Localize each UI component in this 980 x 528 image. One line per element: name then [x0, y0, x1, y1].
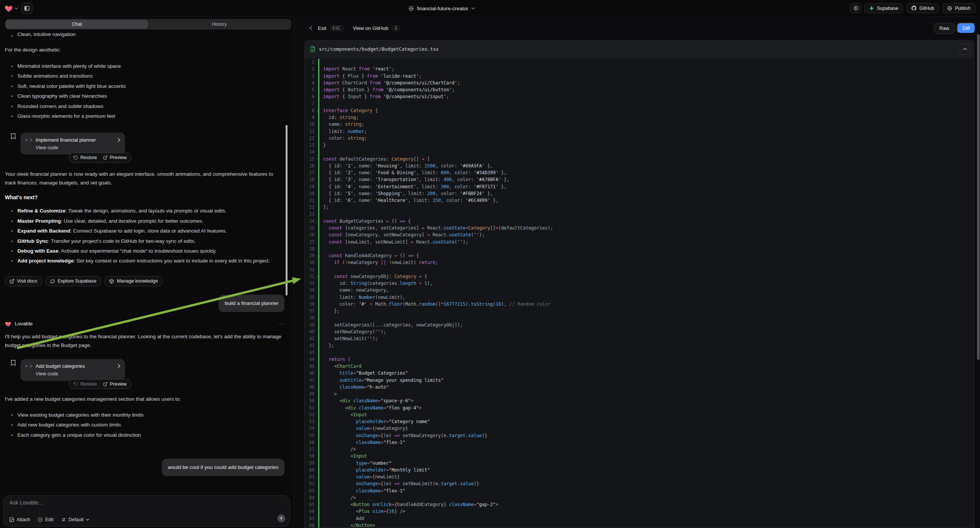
external-link-icon [10, 279, 14, 284]
github-button[interactable]: GitHub [906, 3, 939, 13]
code-line: 52 <Input [305, 411, 974, 418]
code-line: 6import { Input } from '@/components/ui/… [305, 93, 974, 100]
lovable-logo-menu[interactable] [5, 5, 18, 12]
chat-scrollbar-thumb[interactable] [286, 125, 288, 296]
external-link-icon [103, 382, 108, 386]
user-message: build a financial planner [219, 295, 285, 312]
list-item: Subtle animations and transitions [5, 71, 285, 81]
code-line: 4import ChartCard from '@/components/ui/… [305, 80, 974, 86]
attach-button[interactable]: Attach [9, 517, 30, 522]
sliders-icon [61, 517, 66, 522]
attach-label: Attach [17, 517, 30, 522]
page-scrollbar-thumb[interactable] [977, 34, 980, 360]
preview-button[interactable]: Preview [103, 155, 127, 160]
panel-left-icon [24, 5, 30, 11]
target-icon [38, 517, 43, 522]
version-card-implement-planner[interactable]: < > Implement financial planner View cod… [21, 132, 125, 154]
list-item: Add new budget categories with custom li… [5, 420, 285, 430]
restore-button[interactable]: Restore [73, 382, 97, 387]
lovable-app: financial-future-creator Supabase [0, 0, 980, 528]
project-switcher[interactable]: financial-future-creator [408, 0, 475, 17]
line-number: 62 [305, 481, 314, 486]
restore-preview-pill: Restore Preview [69, 379, 131, 389]
line-number: 35 [305, 295, 314, 300]
code-content[interactable]: 12import React from 'react';3import { Pl… [305, 58, 974, 528]
preview-button[interactable]: Preview [103, 382, 127, 387]
line-number: 68 [305, 523, 314, 528]
code-line: 2import React from 'react'; [305, 65, 974, 72]
settings-button[interactable] [850, 3, 861, 13]
diff-toggle-button[interactable]: Diff [957, 23, 975, 34]
view-on-github-button[interactable]: View on GitHub [353, 25, 389, 31]
bookmark-icon[interactable] [11, 133, 16, 139]
code-line: 50 <div className="space-y-6"> [305, 397, 974, 404]
chevron-right-icon[interactable] [118, 364, 121, 368]
code-line: 9 id: string; [305, 114, 974, 121]
design-bullet-list: Minimalist interface with plenty of whit… [5, 61, 285, 121]
code-line: 58 <Input [305, 453, 974, 460]
list-item: Master Prompting: Use clear, detailed, a… [5, 216, 285, 226]
list-item: Add project knowledge: Set key context o… [5, 256, 285, 266]
bookmark-icon[interactable] [11, 360, 16, 366]
exit-button[interactable]: Exit [318, 25, 326, 31]
view-code-link[interactable]: View code [25, 143, 121, 151]
file-header[interactable]: src/components/budget/BudgetCategories.t… [305, 41, 974, 58]
list-item: Clean, intuitive navigation [5, 31, 285, 38]
line-number: 6 [305, 94, 314, 99]
publish-button[interactable]: Publish [942, 3, 975, 13]
line-number: 49 [305, 391, 314, 396]
assistant-name: Lovable [15, 321, 33, 326]
raw-toggle-button[interactable]: Raw [934, 23, 955, 34]
line-number: 37 [305, 308, 314, 313]
list-item: View existing budget categories with the… [5, 410, 285, 420]
visit-docs-button[interactable]: Visit docs [5, 276, 42, 286]
message-menu-button[interactable]: ··· [277, 321, 285, 326]
tab-chat[interactable]: Chat [6, 20, 148, 29]
code-line: 32v const newCategoryObj: Category = { [305, 273, 974, 280]
line-number: 46 [305, 371, 314, 376]
list-item: Soft, neutral color palette with light b… [5, 81, 285, 91]
code-line: 66 <Plus size={16} /> [305, 508, 974, 515]
view-code-link[interactable]: View code [25, 370, 121, 378]
chat-composer: Attach Edit Default [3, 495, 290, 526]
chevron-down-icon [471, 7, 475, 10]
sidebar-toggle-button[interactable] [21, 3, 33, 14]
collapse-file-button[interactable] [959, 44, 970, 54]
send-button[interactable] [277, 514, 285, 522]
line-number: 28 [305, 246, 314, 251]
code-line: 54 value={newCategory} [305, 425, 974, 432]
version-title: Implement financial planner [36, 137, 96, 143]
package-icon [109, 279, 114, 284]
line-number: 54 [305, 426, 314, 431]
code-line: 33 id: String(categories.length + 1), [305, 280, 974, 287]
diff-added-bar [318, 59, 319, 528]
code-line: 60 placeholder="Monthly limit" [305, 467, 974, 474]
github-icon [911, 5, 917, 11]
line-number: 59 [305, 461, 314, 466]
restore-icon [73, 155, 78, 160]
explore-supabase-label: Explore Supabase [57, 278, 96, 284]
code-line: 59 type="number" [305, 460, 974, 467]
explore-supabase-button[interactable]: Explore Supabase [45, 276, 101, 286]
manage-knowledge-button[interactable]: Manage knowledge [105, 276, 162, 286]
file-diff-card: src/components/budget/BudgetCategories.t… [304, 40, 974, 528]
tab-history[interactable]: History [148, 20, 291, 29]
code-line: 37 }; [305, 308, 974, 314]
chevron-right-icon[interactable] [118, 138, 121, 142]
gear-icon [853, 5, 858, 11]
edit-button[interactable]: Edit [38, 517, 53, 522]
chat-scroll-area[interactable]: Clean, intuitive navigation For the desi… [0, 31, 294, 476]
mode-select[interactable]: Default [61, 517, 89, 522]
line-number: 25 [305, 225, 314, 231]
code-line: 22]; [305, 204, 974, 211]
code-line: 64 /> [305, 494, 974, 501]
line-number: 53 [305, 419, 314, 424]
chat-input[interactable] [10, 499, 284, 512]
supabase-button[interactable]: Supabase [864, 3, 903, 13]
version-card-add-budget-categories[interactable]: < > Add budget categories View code Rest… [21, 359, 125, 381]
g-key-badge: G [392, 25, 400, 31]
line-number: 50 [305, 398, 314, 403]
code-line: 16 { id: '1', name: 'Housing', limit: 15… [305, 162, 974, 169]
restore-button[interactable]: Restore [73, 155, 97, 160]
design-heading: For the design aesthetic: [5, 46, 285, 54]
